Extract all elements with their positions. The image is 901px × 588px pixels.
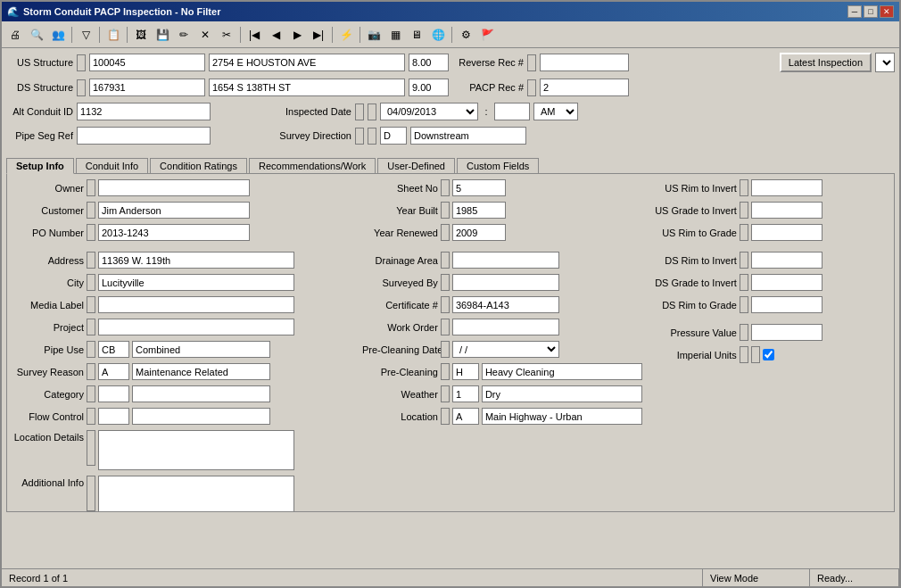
year-renewed-input[interactable] [452,224,506,241]
survey-reason-code[interactable] [98,363,129,380]
monitor-button[interactable]: 🖥 [407,25,426,45]
tab-condition-ratings[interactable]: Condition Ratings [150,158,247,174]
setup-columns: Owner Customer [12,179,889,512]
flow-control-code[interactable] [98,408,129,425]
close-button[interactable]: ✕ [880,5,894,18]
am-pm-select[interactable]: AM PM [533,103,578,120]
lightning-button[interactable]: ⚡ [336,25,356,45]
tab-user-defined[interactable]: User-Defined [377,158,455,174]
owner-input[interactable] [98,179,250,196]
us-structure-input[interactable] [89,54,205,71]
spacer2 [362,246,642,249]
reverse-rec-input[interactable] [540,54,629,71]
surveyed-by-input[interactable] [452,274,559,291]
survey-direction-val[interactable] [410,127,526,145]
filter-button[interactable]: ▽ [76,25,95,45]
ds-grade-invert-input[interactable] [751,274,822,291]
delete-button[interactable]: ✕ [195,25,215,45]
category-val[interactable] [132,385,270,402]
us-rim-inv-si [740,179,748,196]
owner-si [87,179,95,196]
grid-button[interactable]: ▦ [385,25,405,45]
us-rim-grade-input[interactable] [751,224,822,241]
survey-reason-val[interactable] [132,363,270,380]
project-input[interactable] [98,319,294,335]
alt-conduit-row: Alt Conduit ID Inspected Date 04/09/2013… [6,103,895,120]
pressure-input[interactable] [751,324,822,341]
city-input[interactable] [98,274,294,291]
flow-control-val[interactable] [132,408,270,425]
flag-button[interactable]: 🚩 [477,25,497,45]
weather-val[interactable] [482,385,642,402]
pre-cleaning-val[interactable] [482,363,642,380]
pipe-use-val-input[interactable] [132,341,270,358]
nav-first-button[interactable]: |◀ [244,25,264,45]
alt-conduit-input[interactable] [77,103,211,120]
pre-cleaning-code[interactable] [452,363,479,380]
additional-info-input[interactable] [98,476,294,512]
address-input[interactable] [98,252,294,269]
print-button[interactable]: 🖨 [5,25,25,45]
tab-custom-fields[interactable]: Custom Fields [457,158,539,174]
user-button[interactable]: 👥 [48,25,68,45]
latest-inspection-button[interactable]: Latest Inspection [780,53,872,72]
us-address-input[interactable] [209,54,405,71]
tab-conduit-info[interactable]: Conduit Info [76,158,148,174]
image-button[interactable]: 🖼 [131,25,151,45]
pipe-use-code-input[interactable] [98,341,129,358]
pacp-rec-input[interactable] [540,79,629,96]
tab-setup-info[interactable]: Setup Info [6,158,74,174]
drainage-area-label: Drainage Area [362,255,438,266]
ds-rim-grade-row: DS Rim to Grade [648,296,889,313]
us-grade-invert-input[interactable] [751,202,822,219]
preview-button[interactable]: 🔍 [27,25,46,45]
us-rim-invert-input[interactable] [751,179,822,196]
globe-button[interactable]: 🌐 [428,25,448,45]
edit-button[interactable]: ✏ [174,25,194,45]
save-button[interactable]: 💾 [153,25,172,45]
ds-rim-grade-input[interactable] [751,296,822,313]
location-val[interactable] [482,408,642,425]
cut-button[interactable]: ✂ [217,25,236,45]
customer-input[interactable] [98,202,250,219]
ds-rim-grade-label: DS Rim to Grade [648,300,737,311]
location-code[interactable] [452,408,479,425]
ds-address-input[interactable] [209,79,405,96]
pre-cleaning-date-input[interactable]: / / [452,341,559,358]
sheet-no-input[interactable] [452,179,506,196]
nav-prev-button[interactable]: ◀ [266,25,285,45]
survey-direction-code[interactable] [380,127,407,145]
year-built-row: Year Built [362,202,642,219]
nav-last-button[interactable]: ▶| [309,25,328,45]
settings-button[interactable]: ⚙ [456,25,475,45]
customer-label: Customer [12,205,84,216]
customer-si [87,202,95,219]
drainage-area-input[interactable] [452,252,559,269]
time-input[interactable] [494,103,530,120]
ds-structure-input[interactable] [89,79,205,96]
media-label-input[interactable] [98,296,294,313]
work-order-input[interactable] [452,319,559,335]
year-renewed-label: Year Renewed [362,228,438,238]
latest-inspection-select[interactable] [875,53,895,72]
survey-direction-label: Survey Direction [271,130,351,141]
ds-num-input[interactable] [409,79,449,96]
inspected-date-input[interactable]: 04/09/2013 [380,103,478,120]
restore-button[interactable]: □ [864,5,878,18]
tab-recommendations[interactable]: Recommendations/Work [249,158,376,174]
certificate-input[interactable] [452,296,559,313]
nav-next-button[interactable]: ▶ [287,25,307,45]
imperial-units-row: Imperial Units [648,346,889,363]
weather-code[interactable] [452,385,479,402]
year-built-input[interactable] [452,202,506,219]
layout-button[interactable]: 📋 [103,25,123,45]
minimize-button[interactable]: ─ [847,5,862,18]
ds-rim-invert-input[interactable] [751,252,822,269]
pipe-seg-input[interactable] [77,127,211,145]
camera-button[interactable]: 📷 [364,25,384,45]
imperial-units-checkbox[interactable] [763,349,774,360]
us-num-input[interactable] [409,54,449,71]
category-code[interactable] [98,385,129,402]
po-input[interactable] [98,224,250,241]
location-details-input[interactable] [98,430,294,470]
